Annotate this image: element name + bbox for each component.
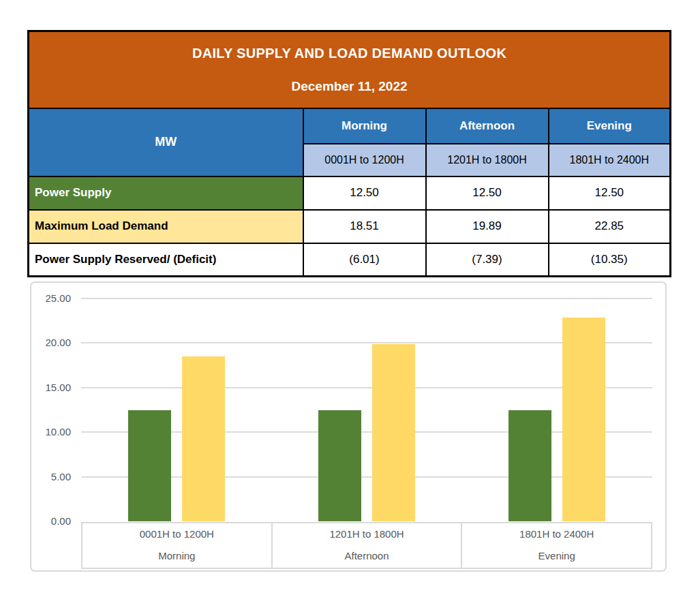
x-axis-category-cell: 0001H to 1200HMorning xyxy=(82,523,273,568)
bar-chart-card: 0.005.0010.0015.0020.0025.000001H to 120… xyxy=(30,281,667,572)
table-header-banner: DAILY SUPPLY AND LOAD DEMAND OUTLOOK Dec… xyxy=(29,31,671,108)
x-axis-category-cell: 1801H to 2400HEvening xyxy=(462,523,651,568)
plot-area: 0.005.0010.0015.0020.0025.000001H to 120… xyxy=(31,283,665,570)
x-axis-period-label: Afternoon xyxy=(273,550,461,561)
value-cell: 12.50 xyxy=(426,176,549,210)
x-axis-period-label: Morning xyxy=(82,550,271,561)
period-header-afternoon: Afternoon xyxy=(426,108,549,144)
hours-cell-evening: 1801H to 2400H xyxy=(549,144,671,176)
value-cell: 12.50 xyxy=(303,176,426,210)
y-axis-tick-label: 15.00 xyxy=(37,381,71,395)
bar-power-supply xyxy=(128,410,171,522)
x-axis-label-box: 0001H to 1200HMorning1201H to 1800HAfter… xyxy=(81,522,652,569)
bar-maximum-load-demand xyxy=(372,344,415,521)
table-row-max-load-demand: Maximum Load Demand 18.51 19.89 22.85 xyxy=(29,210,671,243)
period-header-morning: Morning xyxy=(303,108,426,144)
period-header-evening: Evening xyxy=(549,108,671,144)
x-axis-hours-label: 1201H to 1800H xyxy=(273,528,461,540)
bar-power-supply xyxy=(318,410,361,522)
value-cell: 19.89 xyxy=(426,210,549,243)
table-row-power-supply: Power Supply 12.50 12.50 12.50 xyxy=(29,176,671,210)
value-cell: (10.35) xyxy=(549,243,671,277)
hours-cell-morning: 0001H to 1200H xyxy=(303,144,426,176)
supply-demand-table: DAILY SUPPLY AND LOAD DEMAND OUTLOOK Dec… xyxy=(27,30,671,277)
value-cell: 22.85 xyxy=(549,210,671,243)
bar-maximum-load-demand xyxy=(562,318,605,521)
y-axis-tick-label: 5.00 xyxy=(37,470,71,484)
row-label-max-load-demand: Maximum Load Demand xyxy=(29,210,303,243)
row-label-reserve-deficit: Power Supply Reserved/ (Deficit) xyxy=(29,243,303,277)
table-row-reserve-deficit: Power Supply Reserved/ (Deficit) (6.01) … xyxy=(29,243,671,277)
bar-maximum-load-demand xyxy=(182,356,225,521)
y-axis-tick-label: 0.00 xyxy=(37,514,71,528)
x-axis-hours-label: 0001H to 1200H xyxy=(82,528,271,540)
table-title: DAILY SUPPLY AND LOAD DEMAND OUTLOOK xyxy=(29,46,669,61)
x-axis-period-label: Evening xyxy=(462,550,651,561)
x-axis-category-cell: 1201H to 1800HAfternoon xyxy=(273,523,463,568)
row-label-power-supply: Power Supply xyxy=(29,176,303,210)
bar-power-supply xyxy=(509,410,551,522)
x-axis-hours-label: 1801H to 2400H xyxy=(462,528,651,540)
hours-cell-afternoon: 1201H to 1800H xyxy=(426,144,549,176)
value-cell: 12.50 xyxy=(549,176,671,210)
value-cell: (6.01) xyxy=(303,243,426,277)
y-axis-tick-label: 20.00 xyxy=(37,336,71,350)
value-cell: (7.39) xyxy=(426,243,549,277)
y-axis-tick-label: 25.00 xyxy=(37,292,71,305)
value-cell: 18.51 xyxy=(303,210,426,243)
gridline xyxy=(81,298,652,299)
mw-header-cell: MW xyxy=(29,108,303,176)
table-date: December 11, 2022 xyxy=(29,79,669,94)
y-axis-tick-label: 10.00 xyxy=(37,425,71,439)
